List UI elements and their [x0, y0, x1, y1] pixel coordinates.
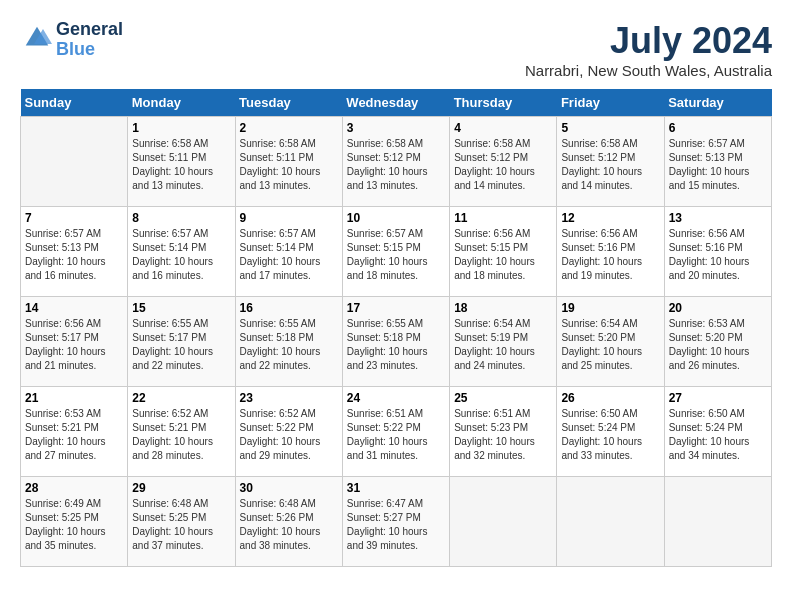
day-number: 10: [347, 211, 445, 225]
calendar-cell: 5Sunrise: 6:58 AM Sunset: 5:12 PM Daylig…: [557, 117, 664, 207]
day-info: Sunrise: 6:57 AM Sunset: 5:13 PM Dayligh…: [669, 137, 767, 193]
calendar-cell: 17Sunrise: 6:55 AM Sunset: 5:18 PM Dayli…: [342, 297, 449, 387]
day-info: Sunrise: 6:56 AM Sunset: 5:16 PM Dayligh…: [561, 227, 659, 283]
day-header-thursday: Thursday: [450, 89, 557, 117]
calendar-week-2: 7Sunrise: 6:57 AM Sunset: 5:13 PM Daylig…: [21, 207, 772, 297]
calendar-cell: [557, 477, 664, 567]
day-number: 24: [347, 391, 445, 405]
month-title: July 2024: [525, 20, 772, 62]
day-info: Sunrise: 6:58 AM Sunset: 5:11 PM Dayligh…: [132, 137, 230, 193]
day-header-wednesday: Wednesday: [342, 89, 449, 117]
calendar-cell: [21, 117, 128, 207]
calendar-cell: 10Sunrise: 6:57 AM Sunset: 5:15 PM Dayli…: [342, 207, 449, 297]
day-info: Sunrise: 6:54 AM Sunset: 5:19 PM Dayligh…: [454, 317, 552, 373]
page-header: General Blue July 2024 Narrabri, New Sou…: [20, 20, 772, 79]
day-info: Sunrise: 6:52 AM Sunset: 5:21 PM Dayligh…: [132, 407, 230, 463]
day-number: 28: [25, 481, 123, 495]
calendar-cell: 12Sunrise: 6:56 AM Sunset: 5:16 PM Dayli…: [557, 207, 664, 297]
calendar-cell: 9Sunrise: 6:57 AM Sunset: 5:14 PM Daylig…: [235, 207, 342, 297]
day-number: 5: [561, 121, 659, 135]
day-info: Sunrise: 6:49 AM Sunset: 5:25 PM Dayligh…: [25, 497, 123, 553]
day-info: Sunrise: 6:57 AM Sunset: 5:14 PM Dayligh…: [132, 227, 230, 283]
calendar-cell: 29Sunrise: 6:48 AM Sunset: 5:25 PM Dayli…: [128, 477, 235, 567]
calendar-cell: 4Sunrise: 6:58 AM Sunset: 5:12 PM Daylig…: [450, 117, 557, 207]
day-number: 6: [669, 121, 767, 135]
calendar-cell: 18Sunrise: 6:54 AM Sunset: 5:19 PM Dayli…: [450, 297, 557, 387]
day-number: 16: [240, 301, 338, 315]
calendar-cell: 13Sunrise: 6:56 AM Sunset: 5:16 PM Dayli…: [664, 207, 771, 297]
calendar-cell: 7Sunrise: 6:57 AM Sunset: 5:13 PM Daylig…: [21, 207, 128, 297]
day-info: Sunrise: 6:55 AM Sunset: 5:17 PM Dayligh…: [132, 317, 230, 373]
logo-icon: [22, 23, 52, 53]
day-info: Sunrise: 6:57 AM Sunset: 5:14 PM Dayligh…: [240, 227, 338, 283]
logo: General Blue: [20, 20, 123, 60]
day-info: Sunrise: 6:51 AM Sunset: 5:23 PM Dayligh…: [454, 407, 552, 463]
day-info: Sunrise: 6:52 AM Sunset: 5:22 PM Dayligh…: [240, 407, 338, 463]
day-number: 31: [347, 481, 445, 495]
day-number: 21: [25, 391, 123, 405]
day-number: 17: [347, 301, 445, 315]
day-info: Sunrise: 6:47 AM Sunset: 5:27 PM Dayligh…: [347, 497, 445, 553]
day-number: 4: [454, 121, 552, 135]
day-number: 23: [240, 391, 338, 405]
calendar-cell: 16Sunrise: 6:55 AM Sunset: 5:18 PM Dayli…: [235, 297, 342, 387]
title-area: July 2024 Narrabri, New South Wales, Aus…: [525, 20, 772, 79]
day-number: 22: [132, 391, 230, 405]
calendar-table: SundayMondayTuesdayWednesdayThursdayFrid…: [20, 89, 772, 567]
day-header-friday: Friday: [557, 89, 664, 117]
day-info: Sunrise: 6:51 AM Sunset: 5:22 PM Dayligh…: [347, 407, 445, 463]
day-header-sunday: Sunday: [21, 89, 128, 117]
day-info: Sunrise: 6:48 AM Sunset: 5:25 PM Dayligh…: [132, 497, 230, 553]
calendar-cell: 11Sunrise: 6:56 AM Sunset: 5:15 PM Dayli…: [450, 207, 557, 297]
day-number: 7: [25, 211, 123, 225]
day-number: 26: [561, 391, 659, 405]
day-info: Sunrise: 6:53 AM Sunset: 5:21 PM Dayligh…: [25, 407, 123, 463]
day-info: Sunrise: 6:54 AM Sunset: 5:20 PM Dayligh…: [561, 317, 659, 373]
calendar-cell: 24Sunrise: 6:51 AM Sunset: 5:22 PM Dayli…: [342, 387, 449, 477]
day-info: Sunrise: 6:56 AM Sunset: 5:16 PM Dayligh…: [669, 227, 767, 283]
calendar-cell: [450, 477, 557, 567]
calendar-cell: 28Sunrise: 6:49 AM Sunset: 5:25 PM Dayli…: [21, 477, 128, 567]
calendar-cell: 23Sunrise: 6:52 AM Sunset: 5:22 PM Dayli…: [235, 387, 342, 477]
day-number: 13: [669, 211, 767, 225]
logo-line1: General: [56, 19, 123, 39]
day-number: 20: [669, 301, 767, 315]
day-number: 1: [132, 121, 230, 135]
day-info: Sunrise: 6:57 AM Sunset: 5:13 PM Dayligh…: [25, 227, 123, 283]
day-number: 15: [132, 301, 230, 315]
day-number: 11: [454, 211, 552, 225]
day-info: Sunrise: 6:50 AM Sunset: 5:24 PM Dayligh…: [669, 407, 767, 463]
calendar-cell: 30Sunrise: 6:48 AM Sunset: 5:26 PM Dayli…: [235, 477, 342, 567]
calendar-cell: 6Sunrise: 6:57 AM Sunset: 5:13 PM Daylig…: [664, 117, 771, 207]
day-info: Sunrise: 6:55 AM Sunset: 5:18 PM Dayligh…: [240, 317, 338, 373]
calendar-week-3: 14Sunrise: 6:56 AM Sunset: 5:17 PM Dayli…: [21, 297, 772, 387]
day-info: Sunrise: 6:53 AM Sunset: 5:20 PM Dayligh…: [669, 317, 767, 373]
day-info: Sunrise: 6:57 AM Sunset: 5:15 PM Dayligh…: [347, 227, 445, 283]
calendar-cell: 3Sunrise: 6:58 AM Sunset: 5:12 PM Daylig…: [342, 117, 449, 207]
day-number: 27: [669, 391, 767, 405]
calendar-cell: 31Sunrise: 6:47 AM Sunset: 5:27 PM Dayli…: [342, 477, 449, 567]
day-header-saturday: Saturday: [664, 89, 771, 117]
location: Narrabri, New South Wales, Australia: [525, 62, 772, 79]
day-number: 14: [25, 301, 123, 315]
calendar-cell: 15Sunrise: 6:55 AM Sunset: 5:17 PM Dayli…: [128, 297, 235, 387]
calendar-cell: 27Sunrise: 6:50 AM Sunset: 5:24 PM Dayli…: [664, 387, 771, 477]
calendar-week-5: 28Sunrise: 6:49 AM Sunset: 5:25 PM Dayli…: [21, 477, 772, 567]
calendar-cell: 21Sunrise: 6:53 AM Sunset: 5:21 PM Dayli…: [21, 387, 128, 477]
calendar-cell: 8Sunrise: 6:57 AM Sunset: 5:14 PM Daylig…: [128, 207, 235, 297]
day-number: 18: [454, 301, 552, 315]
day-info: Sunrise: 6:50 AM Sunset: 5:24 PM Dayligh…: [561, 407, 659, 463]
calendar-cell: [664, 477, 771, 567]
calendar-cell: 19Sunrise: 6:54 AM Sunset: 5:20 PM Dayli…: [557, 297, 664, 387]
calendar-cell: 20Sunrise: 6:53 AM Sunset: 5:20 PM Dayli…: [664, 297, 771, 387]
calendar-week-1: 1Sunrise: 6:58 AM Sunset: 5:11 PM Daylig…: [21, 117, 772, 207]
calendar-cell: 22Sunrise: 6:52 AM Sunset: 5:21 PM Dayli…: [128, 387, 235, 477]
day-number: 25: [454, 391, 552, 405]
day-number: 30: [240, 481, 338, 495]
day-header-tuesday: Tuesday: [235, 89, 342, 117]
day-number: 9: [240, 211, 338, 225]
logo-line2: Blue: [56, 39, 95, 59]
day-number: 3: [347, 121, 445, 135]
calendar-cell: 2Sunrise: 6:58 AM Sunset: 5:11 PM Daylig…: [235, 117, 342, 207]
day-number: 29: [132, 481, 230, 495]
